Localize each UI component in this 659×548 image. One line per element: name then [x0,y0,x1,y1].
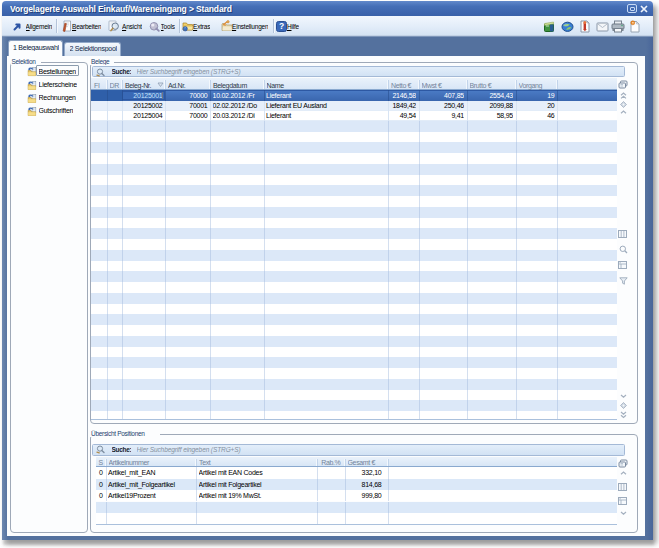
svg-text:?: ? [278,21,283,31]
